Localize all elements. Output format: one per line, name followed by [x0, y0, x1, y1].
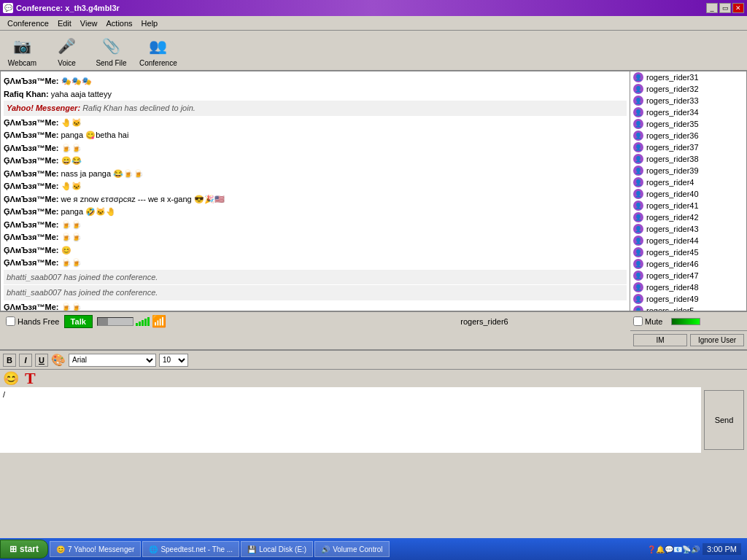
conference-button[interactable]: 👥 Conference — [139, 34, 177, 67]
mute-checkbox[interactable] — [633, 316, 643, 326]
message-text: 🤚🐱 — [61, 118, 82, 127]
taskbar-item-volume[interactable]: 🔊 Volume Control — [314, 541, 389, 557]
taskbar-item-localdisk[interactable]: 💾 Local Disk (E:) — [241, 541, 313, 557]
user-list-item[interactable]: 👤rogers_rider40 — [630, 188, 746, 200]
user-avatar: 👤 — [633, 96, 643, 106]
user-name: rogers_rider32 — [646, 85, 699, 93]
message-text: nass ja panga 😂🍺🍺 — [61, 169, 144, 178]
username: ĢΛмЪзя™Me: — [4, 258, 58, 267]
menu-actions[interactable]: Actions — [102, 18, 137, 29]
user-name: rogers_rider34 — [646, 108, 699, 117]
chat-area: ĢΛмЪзя™Me: 🎭🎭🎭Rafiq Khan: yaha aaja tatt… — [0, 71, 630, 311]
message-text: 😊 — [61, 246, 71, 254]
ignore-user-button[interactable]: Ignore User — [690, 334, 744, 346]
user-name: rogers_rider5 — [646, 306, 694, 311]
user-avatar: 👤 — [633, 142, 643, 152]
user-list-item[interactable]: 👤rogers_rider4 — [630, 176, 746, 188]
user-list-item[interactable]: 👤rogers_rider38 — [630, 153, 746, 165]
hands-free-checkbox[interactable] — [6, 316, 15, 326]
user-list-item[interactable]: 👤rogers_rider44 — [630, 235, 746, 246]
text-color-button[interactable]: T — [25, 369, 36, 388]
username: ĢΛмЪзя™Me: — [4, 303, 58, 311]
user-list-item[interactable]: 👤rogers_rider34 — [630, 106, 746, 118]
voice-level-bar — [97, 317, 133, 326]
message-text: yaha aaja tatteyy — [51, 90, 112, 98]
chat-message: ĢΛмЪзя™Me: panga 🤣🐱🤚 — [4, 206, 627, 218]
username: ĢΛмЪзя™Me: — [4, 246, 58, 254]
webcam-icon: 📷 — [11, 34, 34, 58]
bold-button[interactable]: B — [3, 354, 16, 367]
color-picker-icon[interactable]: 🎨 — [51, 353, 66, 367]
user-list-item[interactable]: 👤rogers_rider47 — [630, 270, 746, 281]
username: Rafiq Khan: — [4, 90, 49, 98]
user-list-item[interactable]: 👤rogers_rider37 — [630, 141, 746, 153]
user-list-item[interactable]: 👤rogers_rider5 — [630, 305, 746, 311]
message-text: we я znow єтσσρcяz --- we я x-gang 😎🎉🇺🇸 — [61, 195, 225, 203]
format-toolbar: B I U 🎨 Arial Times New Roman Courier Ne… — [0, 351, 747, 370]
hands-free-label: Hands Free — [6, 316, 59, 326]
message-text: 🤚🐱 — [61, 182, 82, 190]
font-select[interactable]: Arial Times New Roman Courier New — [69, 354, 156, 367]
taskbar-item-yahoo[interactable]: 😊 7 Yahoo! Messenger — [50, 541, 141, 557]
user-avatar: 👤 — [633, 107, 643, 117]
user-list-item[interactable]: 👤rogers_rider36 — [630, 130, 746, 141]
windows-logo: ⊞ — [9, 544, 17, 554]
user-avatar: 👤 — [633, 166, 643, 176]
minimize-button[interactable]: _ — [706, 3, 718, 13]
message-text: 😄😂 — [61, 156, 82, 165]
user-avatar: 👤 — [633, 201, 643, 211]
user-name: rogers_rider48 — [646, 283, 699, 292]
taskbar-item-speedtest[interactable]: 🌐 Speedtest.net - The ... — [142, 541, 239, 557]
menu-edit[interactable]: Edit — [53, 18, 76, 29]
user-avatar: 👤 — [633, 177, 643, 187]
user-list-item[interactable]: 👤rogers_rider39 — [630, 165, 746, 176]
user-list-item[interactable]: 👤rogers_rider31 — [630, 71, 746, 83]
menu-view[interactable]: View — [76, 18, 102, 29]
user-avatar: 👤 — [633, 189, 643, 199]
user-list-item[interactable]: 👤rogers_rider33 — [630, 95, 746, 106]
user-list-item[interactable]: 👤rogers_rider42 — [630, 211, 746, 223]
italic-button[interactable]: I — [19, 354, 32, 367]
user-list-item[interactable]: 👤rogers_rider35 — [630, 118, 746, 130]
restore-button[interactable]: ▭ — [719, 3, 731, 13]
send-file-icon: 📎 — [100, 34, 123, 58]
menu-help[interactable]: Help — [137, 18, 163, 29]
user-avatar: 👤 — [633, 306, 643, 311]
chat-message: ĢΛмЪзя™Me: 🍺🍺 — [4, 231, 627, 244]
user-list-item[interactable]: 👤rogers_rider49 — [630, 293, 746, 305]
voice-button[interactable]: 🎤 Voice — [50, 34, 83, 67]
user-avatar: 👤 — [633, 212, 643, 222]
user-list-item[interactable]: 👤rogers_rider32 — [630, 83, 746, 95]
emoji-button[interactable]: 😊 — [3, 370, 19, 386]
send-file-button[interactable]: 📎 Send File — [95, 34, 128, 67]
title-bar: 💬 Conference: x_th3.g4mbl3r _ ▭ ✕ — [0, 0, 747, 16]
user-list-item[interactable]: 👤rogers_rider48 — [630, 281, 746, 293]
underline-button[interactable]: U — [35, 354, 48, 367]
user-name: rogers_rider4 — [646, 178, 694, 187]
message-text: panga 😋betha hai — [61, 131, 129, 139]
webcam-button[interactable]: 📷 Webcam — [6, 34, 39, 67]
username: ĢΛмЪзя™Me: — [4, 118, 58, 127]
user-list-item[interactable]: 👤rogers_rider43 — [630, 223, 746, 235]
close-button[interactable]: ✕ — [732, 3, 744, 13]
chat-message: Yahoo! Messenger: Rafiq Khan has decline… — [4, 101, 627, 116]
menu-bar: Conference Edit View Actions Help — [0, 16, 747, 31]
user-list-item[interactable]: 👤rogers_rider45 — [630, 246, 746, 258]
send-button[interactable]: Send — [704, 390, 744, 450]
im-button[interactable]: IM — [633, 334, 687, 346]
size-select[interactable]: 10 12 14 — [159, 354, 188, 367]
user-list-item[interactable]: 👤rogers_rider41 — [630, 200, 746, 211]
menu-conference[interactable]: Conference — [3, 18, 53, 29]
user-avatar: 👤 — [633, 271, 643, 281]
talk-button[interactable]: Talk — [64, 315, 93, 328]
chat-input[interactable]: / — [0, 387, 701, 453]
user-list-item[interactable]: 👤rogers_rider46 — [630, 258, 746, 270]
user-name: rogers_rider45 — [646, 248, 699, 257]
user-name: rogers_rider33 — [646, 96, 699, 105]
start-button[interactable]: ⊞ start — [0, 540, 48, 559]
input-box-area: / Send — [0, 387, 747, 453]
username: ĢΛмЪзя™Me: — [4, 131, 58, 139]
chat-message: ĢΛмЪзя™Me: 😄😂 — [4, 155, 627, 167]
message-text: 🎭🎭🎭 — [61, 77, 92, 85]
user-avatar: 👤 — [633, 236, 643, 246]
